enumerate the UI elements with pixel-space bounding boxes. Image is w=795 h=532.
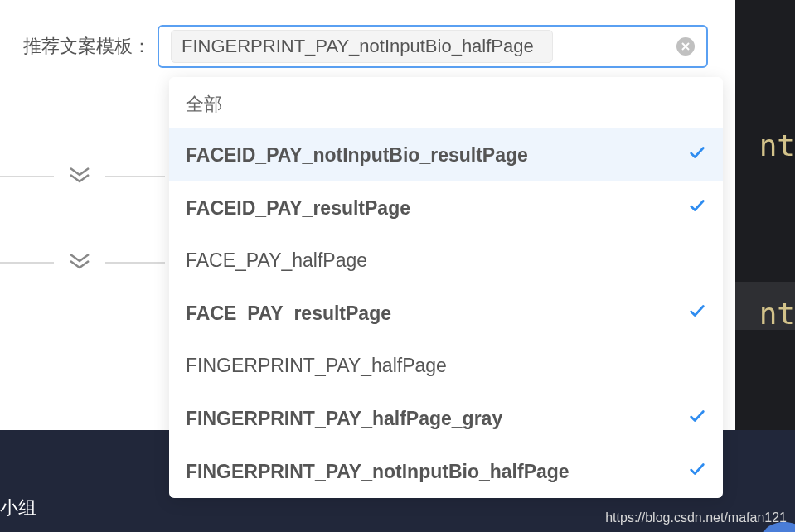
flow-connector-1 [0,165,165,188]
chevron-double-down-icon [67,251,92,274]
dropdown-option[interactable]: FACE_PAY_halfPage [169,235,723,287]
template-select-row: 推荐文案模板： FINGERPRINT_PAY_notInputBio_half… [0,0,795,68]
tag-label: FINGERPRINT_PAY_notInputBio_halfPage [182,36,534,57]
connector-line [0,176,54,177]
dropdown-option[interactable]: FINGERPRINT_PAY_halfPage_gray [169,392,723,445]
option-label: FINGERPRINT_PAY_notInputBio_halfPage [186,461,570,483]
dropdown-option[interactable]: FACEID_PAY_resultPage [169,181,723,235]
clear-all-icon[interactable] [676,37,695,56]
connector-line [105,262,165,264]
check-icon [688,460,706,483]
option-label: FACE_PAY_halfPage [186,249,367,272]
code-fragment-1: nt [759,128,795,162]
option-label: FINGERPRINT_PAY_halfPage [186,355,447,377]
check-icon [688,143,706,167]
selected-tag: FINGERPRINT_PAY_notInputBio_halfPage [171,30,553,63]
connector-line [0,262,54,264]
dropdown-header: 全部 [169,77,723,128]
connector-line [105,176,165,177]
dropdown-option[interactable]: FACE_PAY_resultPage [169,287,723,340]
check-icon [688,302,706,325]
dropdown-option[interactable]: FACEID_PAY_notInputBio_resultPage [169,128,723,181]
template-dropdown: 全部 FACEID_PAY_notInputBio_resultPageFACE… [169,77,723,498]
option-label: FACE_PAY_resultPage [186,302,391,325]
chevron-double-down-icon [67,165,92,188]
dropdown-option[interactable]: FINGERPRINT_PAY_halfPage [169,340,723,392]
template-label: 推荐文案模板： [23,34,151,59]
select-wrapper: FINGERPRINT_PAY_notInputBio_halfPage [158,25,708,68]
footer-group-label: 小组 [0,496,36,525]
option-label: FACEID_PAY_resultPage [186,197,410,220]
code-fragment-2: nt [759,297,795,331]
footer-watermark: https://blog.csdn.net/mafan121 [605,510,787,525]
flow-connector-2 [0,251,165,274]
option-label: FACEID_PAY_notInputBio_resultPage [186,144,528,167]
option-label: FINGERPRINT_PAY_halfPage_gray [186,408,502,430]
dropdown-option[interactable]: FINGERPRINT_PAY_notInputBio_halfPage [169,445,723,498]
check-icon [688,407,706,430]
template-select-input[interactable]: FINGERPRINT_PAY_notInputBio_halfPage [158,25,708,68]
check-icon [688,196,706,220]
code-editor-edge: nt nt [735,0,795,430]
